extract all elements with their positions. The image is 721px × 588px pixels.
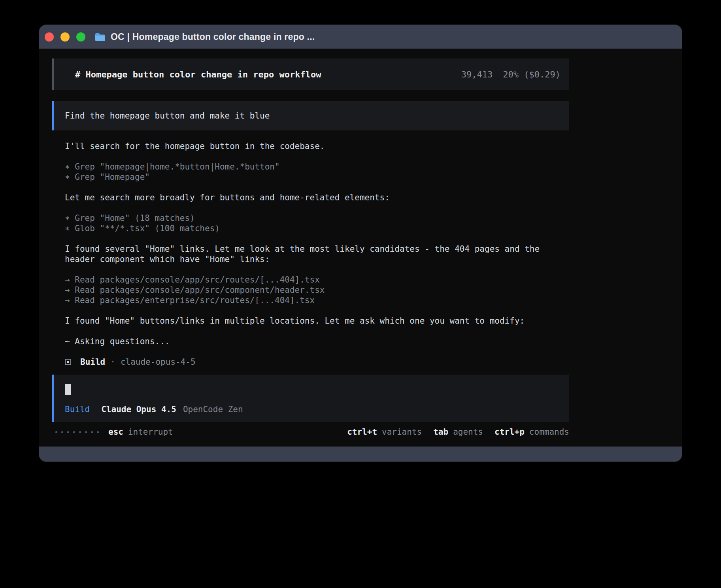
folder-icon [95, 33, 106, 41]
tool-call-grep: ∗ Grep "Homepage" [65, 172, 557, 182]
status-bar-left: escinterrupt [52, 427, 173, 437]
provider-label: OpenCode Zen [183, 405, 243, 414]
context-usage: 20% ($0.29) [503, 70, 561, 79]
terminal-content: # Homepage button color change in repo w… [39, 49, 682, 447]
tool-call-read: → Read packages/console/app/src/routes/[… [65, 275, 557, 285]
hint-interrupt-label: interrupt [128, 427, 173, 437]
key-tab: tab [433, 427, 448, 437]
hint-agents: tabagents [433, 427, 483, 437]
hint-agents-label: agents [453, 427, 483, 437]
zoom-button[interactable] [76, 32, 85, 41]
status-bar: escinterrupt ctrl+tvariants tabagents ct… [52, 427, 569, 437]
hint-interrupt: escinterrupt [108, 427, 173, 437]
activity-dots [55, 431, 99, 433]
close-button[interactable] [45, 32, 54, 41]
agent-separator: · [110, 357, 115, 367]
minimize-button[interactable] [60, 32, 70, 41]
prompt-input[interactable]: Build Claude Opus 4.5 OpenCode Zen [52, 375, 569, 422]
tool-call-glob: ∗ Glob "**/*.tsx" (100 matches) [65, 223, 557, 234]
window-title: OC | Homepage button color change in rep… [111, 32, 315, 42]
session-stats: 39,413 20% ($0.29) [461, 70, 561, 79]
tool-call-read: → Read packages/enterprise/src/routes/[.… [65, 295, 557, 305]
tool-call-grep: ∗ Grep "homepage|home.*button|Home.*butt… [65, 162, 557, 172]
status-bar-right: ctrl+tvariants tabagents ctrl+pcommands [347, 427, 569, 437]
session-title: # Homepage button color change in repo w… [75, 70, 321, 79]
key-ctrl-p: ctrl+p [495, 427, 525, 437]
agent-icon [65, 359, 71, 365]
user-message-text: Find the homepage button and make it blu… [65, 111, 270, 121]
traffic-lights [45, 32, 85, 41]
title-group: OC | Homepage button color change in rep… [95, 32, 315, 42]
input-meta: Build Claude Opus 4.5 OpenCode Zen [65, 405, 569, 414]
agent-name: Build [80, 357, 105, 367]
key-ctrl-t: ctrl+t [347, 427, 377, 437]
assistant-text: Let me search more broadly for buttons a… [65, 192, 557, 203]
window-titlebar[interactable]: OC | Homepage button color change in rep… [39, 25, 682, 49]
hint-variants-label: variants [382, 427, 422, 437]
hint-variants: ctrl+tvariants [347, 427, 422, 437]
model-label: Claude Opus 4.5 [101, 405, 176, 414]
status-text: ~ Asking questions... [65, 336, 557, 347]
hint-commands: ctrl+pcommands [495, 427, 569, 437]
input-line [65, 384, 569, 397]
session-header: # Homepage button color change in repo w… [52, 58, 569, 90]
key-esc: esc [108, 427, 123, 437]
assistant-text: I found "Home" buttons/links in multiple… [65, 316, 557, 326]
conversation: I'll search for the homepage button in t… [65, 141, 557, 367]
tool-call-read: → Read packages/console/app/src/componen… [65, 285, 557, 295]
assistant-text: I'll search for the homepage button in t… [65, 141, 557, 151]
tool-call-grep: ∗ Grep "Home" (18 matches) [65, 213, 557, 223]
token-count: 39,413 [461, 70, 493, 79]
agent-mode-label: Build [65, 405, 90, 414]
agent-model: claude-opus-4-5 [121, 357, 196, 367]
hint-commands-label: commands [529, 427, 569, 437]
user-message: Find the homepage button and make it blu… [52, 101, 569, 130]
terminal-window: OC | Homepage button color change in rep… [39, 25, 682, 462]
agent-status-line: Build · claude-opus-4-5 [65, 357, 557, 367]
assistant-text: I found several "Home" links. Let me loo… [65, 244, 557, 264]
text-cursor [65, 384, 71, 395]
